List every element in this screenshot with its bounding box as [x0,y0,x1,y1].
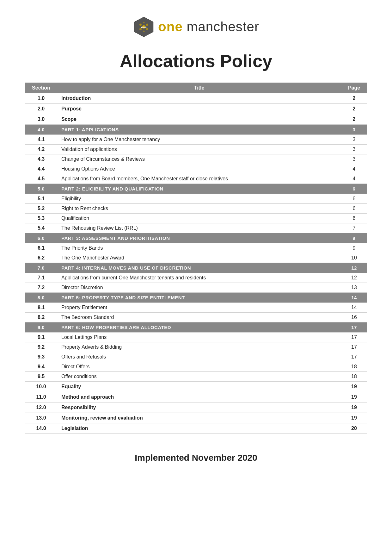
row-title: PART 3: ASSESSMENT AND PRIORITISATION [57,233,341,243]
row-section: 9.4 [25,362,57,372]
row-section: 5.3 [25,214,57,223]
page: one one manchester Allocations Policy Se… [0,0,392,555]
row-section: 14.0 [25,423,57,434]
table-row: 1.0 Introduction 2 [25,93,367,104]
row-title: PART 4: INTERNAL MOVES AND USE OF DISCRE… [57,263,341,273]
svg-point-7 [143,30,144,32]
row-title: Validation of applications [57,145,341,154]
row-section: 3.0 [25,114,57,125]
table-row: 2.0 Purpose 2 [25,104,367,114]
table-row: 10.0 Equality 19 [25,382,367,392]
row-title: The Rehousing Review List (RRL) [57,223,341,233]
row-page: 9 [341,243,367,253]
table-row: 7.0 PART 4: INTERNAL MOVES AND USE OF DI… [25,263,367,273]
table-row: 4.3 Change of Circumstances & Reviews 3 [25,154,367,164]
row-page: 12 [341,273,367,283]
row-page: 17 [341,333,367,342]
table-row: 6.1 The Priority Bands 9 [25,243,367,253]
toc-body: 1.0 Introduction 2 2.0 Purpose 2 3.0 Sco… [25,93,367,434]
table-row: 6.0 PART 3: ASSESSMENT AND PRIORITISATIO… [25,233,367,243]
row-title: How to apply for a One Manchester tenanc… [57,135,341,145]
row-page: 3 [341,154,367,164]
row-page: 14 [341,303,367,313]
row-title: PART 6: HOW PROPERTIES ARE ALLOCATED [57,322,341,333]
row-section: 7.1 [25,273,57,283]
table-row: 13.0 Monitoring, review and evaluation 1… [25,413,367,423]
logo-one: one [158,19,183,34]
row-title: Responsibility [57,402,341,413]
row-page: 19 [341,413,367,423]
table-row: 5.2 Right to Rent checks 6 [25,204,367,214]
row-page: 13 [341,283,367,293]
row-page: 19 [341,402,367,413]
table-row: 6.2 The One Manchester Award 10 [25,253,367,263]
table-row: 9.3 Offers and Refusals 17 [25,352,367,362]
table-row: 9.2 Property Adverts & Bidding 17 [25,342,367,352]
row-title: Offer conditions [57,372,341,382]
row-section: 9.1 [25,333,57,342]
row-title: Eligibility [57,194,341,204]
row-section: 7.0 [25,263,57,273]
logo-container: one one manchester [133,16,259,38]
row-page: 6 [341,184,367,194]
logo-manchester: manchester [187,19,259,34]
row-section: 5.1 [25,194,57,204]
row-title: PART 5: PROPERTY TYPE AND SIZE ENTITLEME… [57,293,341,303]
row-page: 4 [341,174,367,184]
row-section: 4.2 [25,145,57,154]
table-row: 8.1 Property Entitlement 14 [25,303,367,313]
row-page: 16 [341,313,367,322]
row-page: 17 [341,352,367,362]
row-title: Method and approach [57,392,341,402]
row-title: PART 1: APPLICATIONS [57,125,341,135]
toc-table: Section Title Page 1.0 Introduction 2 2.… [25,83,367,434]
row-section: 5.2 [25,204,57,214]
row-title: Equality [57,382,341,392]
row-section: 6.1 [25,243,57,253]
row-title: Change of Circumstances & Reviews [57,154,341,164]
row-page: 3 [341,125,367,135]
table-row: 4.1 How to apply for a One Manchester te… [25,135,367,145]
row-section: 12.0 [25,402,57,413]
row-section: 8.1 [25,303,57,313]
table-row: 4.0 PART 1: APPLICATIONS 3 [25,125,367,135]
row-page: 9 [341,233,367,243]
table-row: 5.3 Qualification 6 [25,214,367,223]
row-page: 2 [341,114,367,125]
row-page: 3 [341,135,367,145]
footer-text: Implemented November 2020 [135,453,257,463]
table-row: 5.4 The Rehousing Review List (RRL) 7 [25,223,367,233]
header-section: Section [25,83,57,93]
row-page: 14 [341,293,367,303]
row-title: Purpose [57,104,341,114]
table-row: 7.1 Applications from current One Manche… [25,273,367,283]
row-section: 8.0 [25,293,57,303]
svg-text:one: one [141,25,147,29]
row-section: 11.0 [25,392,57,402]
table-row: 9.1 Local Lettings Plans 17 [25,333,367,342]
row-section: 4.4 [25,164,57,174]
header-page: Page [341,83,367,93]
row-page: 6 [341,194,367,204]
row-title: Legislation [57,423,341,434]
row-section: 5.4 [25,223,57,233]
row-title: Property Entitlement [57,303,341,313]
hex-logo-icon: one [133,16,155,38]
row-title: PART 2: ELIGIBILITY AND QUALIFICATION [57,184,341,194]
row-title: Direct Offers [57,362,341,372]
row-title: Housing Options Advice [57,164,341,174]
table-row: 4.2 Validation of applications 3 [25,145,367,154]
header-title: Title [57,83,341,93]
table-header-row: Section Title Page [25,83,367,93]
table-row: 9.5 Offer conditions 18 [25,372,367,382]
row-page: 3 [341,145,367,154]
row-title: Property Adverts & Bidding [57,342,341,352]
row-title: Introduction [57,93,341,104]
row-page: 18 [341,362,367,372]
table-row: 11.0 Method and approach 19 [25,392,367,402]
row-section: 6.0 [25,233,57,243]
row-page: 12 [341,263,367,273]
row-page: 20 [341,423,367,434]
table-row: 5.0 PART 2: ELIGIBILITY AND QUALIFICATIO… [25,184,367,194]
row-section: 6.2 [25,253,57,263]
